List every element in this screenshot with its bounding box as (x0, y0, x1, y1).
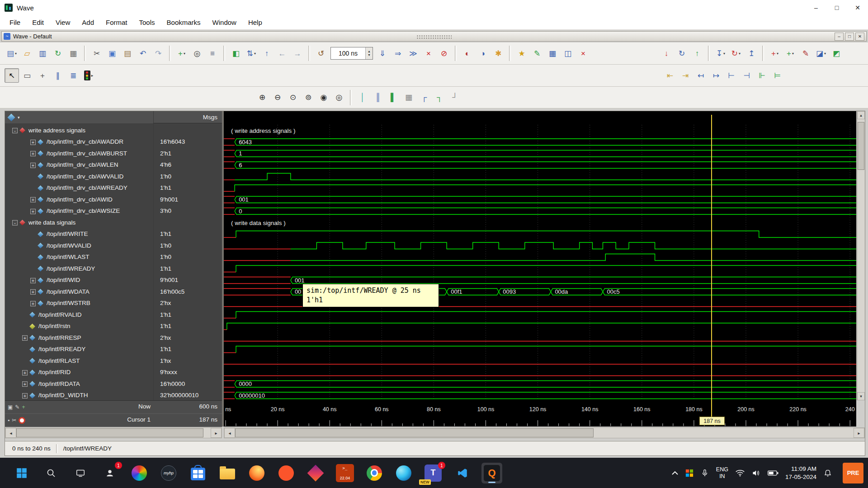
expand-icon[interactable]: + (30, 278, 36, 283)
expand-icon[interactable]: + (30, 197, 36, 202)
cut-wave-button[interactable]: ◪▾ (814, 46, 828, 61)
drag-grip[interactable] (416, 35, 452, 39)
cursor-row[interactable]: ▪ ✂ Cursor 1 187 ns (5, 414, 222, 427)
time-cursor-flag[interactable]: 187 ns (699, 417, 725, 425)
time-cursor-line[interactable] (711, 115, 712, 417)
print-button[interactable]: ▦ (66, 46, 80, 61)
expand-icon[interactable]: + (22, 370, 28, 375)
dataflow-button[interactable]: ◧ (229, 46, 243, 61)
minimize-button[interactable]: – (806, 0, 826, 15)
close-button[interactable]: ✕ (847, 0, 868, 15)
signal-row-wlast[interactable]: /top/intf/WLAST (5, 252, 153, 263)
vscode-button[interactable] (452, 463, 473, 483)
signal-row-rready[interactable]: /top/intf/RREADY (5, 344, 153, 356)
signal-row-d-width[interactable]: +/top/intf/D_WIDTH (5, 390, 153, 401)
view-list-button[interactable]: ≡ (205, 46, 220, 61)
waveform-canvas[interactable]: ( write address signals )6043160010( wri… (224, 125, 856, 400)
firefox-button[interactable] (246, 463, 267, 483)
names-horizontal-scrollbar[interactable]: ◂ ▸ (5, 427, 222, 438)
signal-row-awburst[interactable]: +/top/intf/m_drv_cb/AWBURST (5, 148, 153, 160)
prev-transition-button[interactable]: ↓ (659, 46, 674, 61)
pause-button[interactable]: ✱ (491, 46, 505, 61)
next-transition-button[interactable]: ↑ (690, 46, 704, 61)
signal-row-write[interactable]: /top/intf/WRITE (5, 229, 153, 240)
signal-row-wid[interactable]: +/top/intf/WID (5, 275, 153, 286)
zoom-out-button[interactable]: ⊖ (270, 90, 285, 105)
two-column-button[interactable]: ∥ (51, 68, 65, 83)
prev-edge-button[interactable]: ↤ (693, 68, 708, 83)
add-marker-button[interactable]: +▾ (783, 46, 797, 61)
pane-minimize-button[interactable]: – (835, 33, 844, 41)
signal-row-awaddr[interactable]: +/top/intf/m_drv_cb/AWADDR (5, 136, 153, 148)
spin-down-icon[interactable]: ▼ (368, 53, 371, 57)
continue-run-button[interactable]: ⇒ (391, 46, 405, 61)
objects-view-button[interactable]: ◫ (561, 46, 575, 61)
vertical-scrollbar-thumb[interactable] (858, 122, 864, 170)
edit-mode-button[interactable]: ✎ (530, 46, 544, 61)
save-button[interactable]: ▥ (35, 46, 50, 61)
run-length-spinner[interactable]: ▲▼ (365, 47, 373, 59)
signal-row-wstrb[interactable]: +/top/intf/WSTRB (5, 298, 153, 310)
signal-row-awlen[interactable]: +/top/intf/m_drv_cb/AWLEN (5, 160, 153, 171)
group-row-group-write-data[interactable]: -write data signals (5, 217, 153, 229)
names-column-header[interactable]: ▾ (5, 111, 153, 124)
pane-restore-button[interactable]: □ (845, 33, 854, 41)
copy-button[interactable]: ▣ (105, 46, 119, 61)
signal-row-rid[interactable]: +/top/intf/RID (5, 367, 153, 379)
grid-settings-button[interactable]: ▦ (401, 90, 416, 105)
zoom-mode-toggle-button[interactable]: ◎ (332, 90, 346, 105)
msgs-column-header[interactable]: Msgs (153, 111, 222, 123)
edge-bottom-button[interactable]: ┘ (448, 90, 462, 105)
menu-edit[interactable]: Edit (26, 19, 50, 26)
signal-row-awready[interactable]: /top/intf/m_drv_cb/AWREADY (5, 183, 153, 194)
stop-button[interactable]: ⊘ (437, 46, 451, 61)
quartus-button[interactable] (305, 463, 326, 483)
expand-icon[interactable]: + (22, 393, 28, 399)
signal-row-rdata[interactable]: +/top/intf/RDATA (5, 378, 153, 390)
search-button[interactable] (41, 463, 61, 483)
microphone-icon[interactable] (700, 469, 709, 478)
refresh-wave-button[interactable]: ↻ (675, 46, 689, 61)
pre-badge[interactable]: PRE (843, 463, 863, 483)
zoom-cursor-button[interactable]: ◉ (316, 90, 331, 105)
widgets-icon[interactable] (685, 469, 693, 477)
go-back-button[interactable]: ← (275, 46, 289, 61)
signal-row-rresp[interactable]: +/top/intf/RRESP (5, 332, 153, 344)
vertical-scrollbar[interactable]: ▴ ▾ (857, 111, 865, 400)
column-dropdown-icon[interactable]: ▾ (18, 115, 20, 120)
wifi-icon[interactable] (735, 468, 745, 478)
paste-button[interactable]: ▤ (120, 46, 135, 61)
signal-row-rvalid[interactable]: /top/intf/RVALID (5, 309, 153, 321)
task-view-button[interactable] (70, 463, 91, 483)
edge-left-button[interactable]: ┌ (417, 90, 431, 105)
brave-button[interactable] (276, 463, 297, 483)
redo-button[interactable]: ↷ (151, 46, 165, 61)
edge-button[interactable] (393, 463, 414, 483)
signal-row-wready[interactable]: /top/intf/WREADY (5, 263, 153, 275)
undo-button[interactable]: ↶ (136, 46, 150, 61)
clock[interactable]: 11:09 AM 17-05-2024 (785, 465, 816, 481)
menu-add[interactable]: Add (76, 19, 100, 26)
run-button[interactable]: ⇓ (375, 46, 390, 61)
menu-help[interactable]: Help (242, 19, 268, 26)
chrome-button[interactable] (364, 463, 385, 483)
zoom-full-button[interactable]: ⊙ (286, 90, 300, 105)
pan-mode-button[interactable]: + (35, 68, 50, 83)
edit-wave-button[interactable]: ✎ (798, 46, 813, 61)
expand-icon[interactable]: + (30, 289, 36, 295)
find-button[interactable]: ◎ (190, 46, 204, 61)
add-cursor-button[interactable]: +▾ (768, 46, 782, 61)
collapse-icon[interactable]: - (12, 220, 18, 225)
signal-row-awid[interactable]: +/top/intf/m_drv_cb/AWID (5, 194, 153, 206)
browser-hub-button[interactable] (129, 463, 150, 483)
collapse-icon[interactable]: - (12, 128, 18, 133)
scroll-up-icon[interactable]: ▴ (857, 111, 865, 119)
move-cursor-down-button[interactable]: ↧▾ (713, 46, 728, 61)
sim-mode-b-button[interactable]: ◑ (476, 46, 490, 61)
group-row-group-write-address[interactable]: -write address signals (5, 125, 153, 136)
menu-view[interactable]: View (50, 19, 76, 26)
expand-button[interactable]: ⇅▾ (244, 46, 259, 61)
menu-tools[interactable]: Tools (133, 19, 161, 26)
tray-chevron-icon[interactable] (671, 471, 679, 475)
reload-button[interactable]: ↻ (51, 46, 65, 61)
